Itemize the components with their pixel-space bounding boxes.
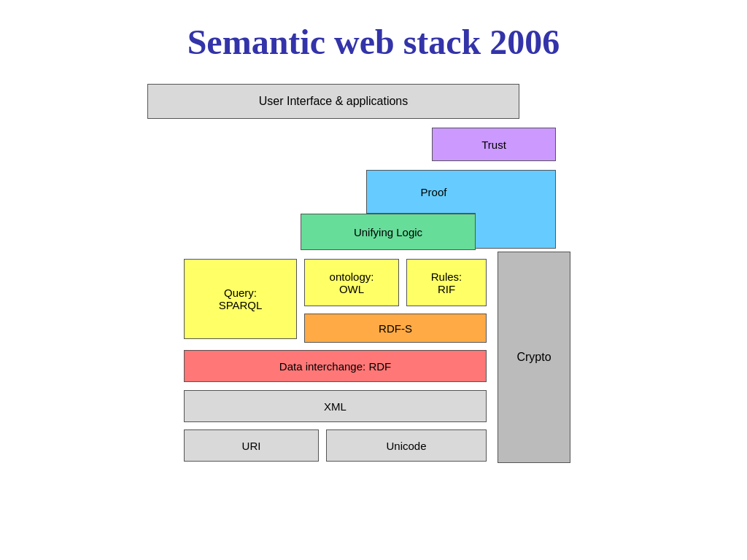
crypto-box: Crypto: [498, 252, 570, 463]
rdfs-label: RDF-S: [379, 322, 412, 335]
proof-ext-box: [476, 170, 556, 249]
unicode-label: Unicode: [386, 440, 426, 452]
owl-label: ontology:OWL: [330, 271, 374, 295]
uri-label: URI: [242, 440, 261, 452]
crypto-label: Crypto: [516, 351, 551, 364]
owl-box: ontology:OWL: [304, 259, 399, 306]
uri-box: URI: [184, 429, 319, 462]
proof-label: Proof: [421, 186, 447, 198]
rif-label: Rules:RIF: [431, 271, 462, 295]
page-title: Semantic web stack 2006: [187, 22, 560, 62]
ui-label: User Interface & applications: [259, 95, 409, 108]
unifying-logic-box: Unifying Logic: [301, 214, 476, 250]
xml-box: XML: [184, 390, 487, 422]
trust-box: Trust: [432, 128, 556, 161]
query-sparql-label: Query:SPARQL: [219, 287, 263, 311]
unicode-box: Unicode: [326, 429, 487, 462]
rdf-box: Data interchange: RDF: [184, 350, 487, 382]
trust-label: Trust: [481, 139, 506, 151]
diagram: User Interface & applications Trust Proo…: [147, 84, 600, 521]
rif-box: Rules:RIF: [406, 259, 487, 306]
rdf-label: Data interchange: RDF: [279, 360, 391, 373]
rdfs-box: RDF-S: [304, 314, 487, 343]
ui-box: User Interface & applications: [147, 84, 519, 119]
unifying-logic-label: Unifying Logic: [354, 226, 422, 238]
query-sparql-box: Query:SPARQL: [184, 259, 297, 339]
xml-label: XML: [324, 400, 347, 413]
